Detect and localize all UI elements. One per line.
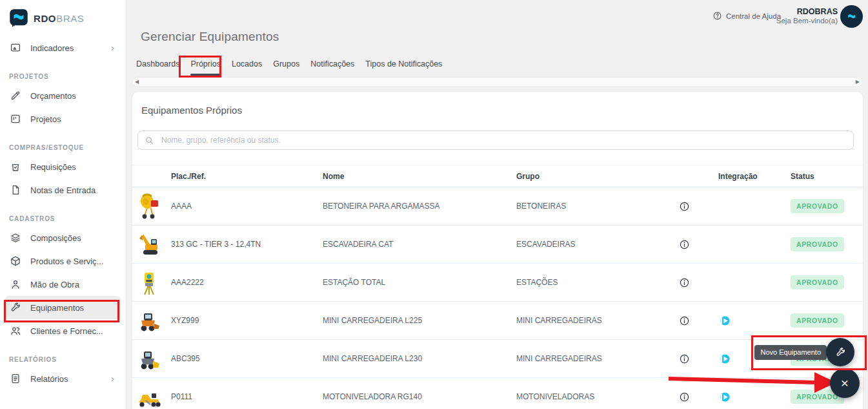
column-header-integracao: Integração bbox=[697, 172, 762, 181]
person-icon bbox=[9, 278, 22, 291]
sidebar-item-orcamentos[interactable]: Orçamentos bbox=[5, 84, 121, 107]
equipment-ref: AAAA bbox=[166, 202, 323, 211]
info-icon[interactable] bbox=[679, 201, 690, 212]
info-icon[interactable] bbox=[679, 353, 690, 364]
equipment-group: MOTONIVELADORAS bbox=[516, 392, 671, 401]
app-screen: RDOBRAS Indicadores›PROJETOSOrçamentosPr… bbox=[0, 0, 868, 409]
sidebar-item-clientes-e-fornec[interactable]: Clientes e Fornec... bbox=[5, 319, 121, 342]
tab-grupos[interactable]: Grupos bbox=[273, 59, 299, 76]
sidebar-item-label: Mão de Obra bbox=[30, 280, 79, 289]
info-icon[interactable] bbox=[679, 277, 690, 288]
search-icon bbox=[145, 136, 154, 145]
sidebar-item-label: Projetos bbox=[30, 114, 61, 124]
sidebar-item-label: Relatórios bbox=[30, 374, 68, 384]
section-label-cadastros: CADASTROS bbox=[0, 211, 126, 226]
tab-dashboards[interactable]: Dashboards bbox=[136, 59, 179, 76]
chevron-right-icon: › bbox=[111, 43, 117, 52]
sidebar-item-label: Orçamentos bbox=[30, 91, 76, 101]
sidebar-item-relatorios[interactable]: Relatórios› bbox=[5, 367, 121, 390]
layers-icon bbox=[9, 231, 22, 244]
table-row[interactable]: 313 GC - TIER 3 - 12,4TN ESCAVADEIRA CAT… bbox=[132, 225, 863, 264]
equipment-ref: AAA2222 bbox=[166, 278, 323, 287]
welcome-text: Seja Bem-vindo(a) bbox=[776, 17, 838, 25]
integration-play-icon bbox=[720, 315, 731, 326]
kanban-icon bbox=[9, 112, 22, 125]
tab-locados[interactable]: Locados bbox=[232, 59, 262, 76]
new-equipment-button[interactable] bbox=[826, 338, 854, 366]
section-label-projetos: PROJETOS bbox=[0, 68, 126, 84]
equipment-group: ESTAÇÕES bbox=[516, 278, 671, 287]
equipment-card: Equipamentos Próprios Plac./Ref.NomeGrup… bbox=[132, 92, 863, 409]
tab-proprios[interactable]: Próprios bbox=[190, 59, 221, 76]
equipment-ref: XYZ999 bbox=[166, 316, 323, 325]
equipment-group: MINI CARREGADEIRAS bbox=[516, 354, 671, 363]
table-row[interactable]: P0111 MOTONIVELADORA RG140 MOTONIVELADOR… bbox=[132, 378, 863, 409]
indicators-icon bbox=[9, 41, 22, 54]
sidebar-item-produtos-e-servic[interactable]: Produtos e Serviç... bbox=[5, 249, 121, 273]
sidebar-item-indicadores[interactable]: Indicadores› bbox=[5, 36, 121, 59]
table-body: AAAA BETONEIRA PARA ARGAMASSA BETONEIRAS… bbox=[132, 187, 863, 409]
sidebar-item-label: Produtos e Serviç... bbox=[30, 257, 103, 266]
sidebar: RDOBRAS Indicadores›PROJETOSOrçamentosPr… bbox=[0, 0, 126, 409]
equipment-group: MINI CARREGADEIRAS bbox=[516, 316, 671, 325]
table-row[interactable]: AAAA BETONEIRA PARA ARGAMASSA BETONEIRAS… bbox=[132, 187, 863, 225]
section-label-compras-estoque: COMPRAS/ESTOQUE bbox=[0, 140, 126, 155]
logo-row: RDOBRAS bbox=[0, 0, 126, 36]
scroll-right-icon[interactable]: ▶ bbox=[856, 78, 860, 86]
close-fab-button[interactable]: × bbox=[830, 368, 860, 398]
sidebar-item-mao-de-obra[interactable]: Mão de Obra bbox=[5, 273, 121, 296]
excavator-photo bbox=[137, 231, 161, 258]
equipment-table: Plac./Ref.NomeGrupoIntegraçãoStatus AAAA… bbox=[132, 165, 863, 409]
column-header-grupo: Grupo bbox=[516, 172, 671, 181]
scroll-left-icon[interactable]: ◀ bbox=[135, 78, 139, 86]
brand-light: BRAS bbox=[56, 13, 84, 24]
sidebar-item-label: Clientes e Fornec... bbox=[30, 326, 103, 336]
info-icon[interactable] bbox=[679, 315, 690, 326]
package-icon bbox=[9, 255, 22, 267]
table-row[interactable]: XYZ999 MINI CARREGADEIRA L225 MINI CARRE… bbox=[132, 302, 863, 340]
people-icon bbox=[9, 324, 22, 337]
table-row[interactable]: ABC395 MINI CARREGADEIRA L230 MINI CARRE… bbox=[132, 340, 863, 378]
tab-notificacoes[interactable]: Notificações bbox=[310, 59, 354, 76]
horizontal-scrollbar[interactable]: ◀ ▶ bbox=[132, 77, 863, 87]
new-equipment-tooltip: Novo Equipamento bbox=[754, 345, 827, 360]
info-icon[interactable] bbox=[679, 392, 690, 403]
help-center-link[interactable]: Central de Ajuda bbox=[712, 11, 781, 21]
equipment-name: ESTAÇÃO TOTAL bbox=[323, 278, 516, 287]
sidebar-item-requisicoes[interactable]: Requisições bbox=[5, 155, 121, 178]
sidebar-item-composicoes[interactable]: Composições bbox=[5, 226, 121, 249]
user-block: RDOBRAS Seja Bem-vindo(a) bbox=[776, 7, 838, 25]
bag-icon bbox=[9, 160, 22, 173]
chevron-right-icon: › bbox=[111, 374, 117, 383]
sidebar-item-projetos[interactable]: Projetos bbox=[5, 107, 121, 131]
brand-bold: RDO bbox=[34, 13, 56, 24]
search-box bbox=[137, 131, 854, 150]
equipment-ref: 313 GC - TIER 3 - 12,4TN bbox=[166, 240, 323, 249]
card-title: Equipamentos Próprios bbox=[141, 105, 242, 116]
sidebar-item-label: Requisições bbox=[30, 162, 76, 172]
column-header-plac-ref: Plac./Ref. bbox=[166, 172, 323, 181]
equipment-group: BETONEIRAS bbox=[516, 202, 671, 211]
motor-grader-photo bbox=[137, 383, 161, 409]
close-icon: × bbox=[841, 375, 849, 391]
integration-play-icon bbox=[720, 392, 731, 403]
help-icon bbox=[712, 11, 722, 21]
equipment-group: ESCAVADEIRAS bbox=[516, 240, 671, 249]
skid-steer-dark-photo bbox=[137, 345, 161, 372]
sidebar-item-label: Indicadores bbox=[30, 43, 74, 53]
equipment-name: MINI CARREGADEIRA L225 bbox=[323, 316, 516, 325]
sidebar-item-label: Composições bbox=[30, 233, 81, 243]
sidebar-nav: Indicadores›PROJETOSOrçamentosProjetosCO… bbox=[0, 36, 126, 390]
avatar[interactable] bbox=[840, 5, 863, 28]
table-row[interactable]: AAA2222 ESTAÇÃO TOTAL ESTAÇÕES APROVADO bbox=[132, 264, 863, 302]
wrench-icon bbox=[9, 301, 22, 314]
sidebar-item-notas-de-entrada[interactable]: Notas de Entrada bbox=[5, 178, 121, 202]
tab-tipos-de-notificacoes[interactable]: Tipos de Notificações bbox=[365, 59, 442, 76]
search-input[interactable] bbox=[160, 135, 847, 145]
sidebar-item-equipamentos[interactable]: Equipamentos bbox=[5, 296, 121, 319]
file-icon bbox=[9, 184, 22, 196]
skid-steer-photo bbox=[137, 307, 161, 334]
total-station-photo bbox=[137, 269, 161, 296]
sidebar-item-label: Equipamentos bbox=[30, 303, 84, 313]
info-icon[interactable] bbox=[679, 239, 690, 250]
